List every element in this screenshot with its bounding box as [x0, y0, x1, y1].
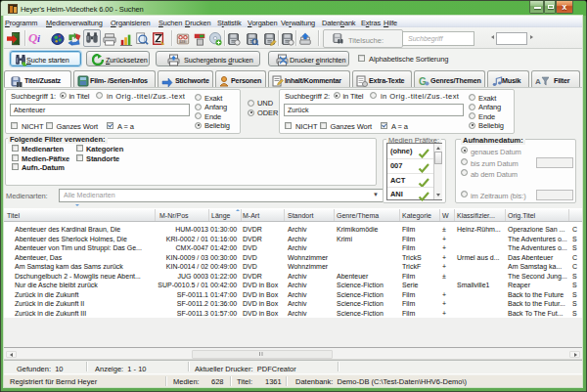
svg-text:123: 123: [179, 40, 185, 44]
svg-text:i: i: [37, 32, 41, 44]
svg-text:A: A: [535, 77, 541, 86]
svg-text:G: G: [419, 76, 427, 87]
